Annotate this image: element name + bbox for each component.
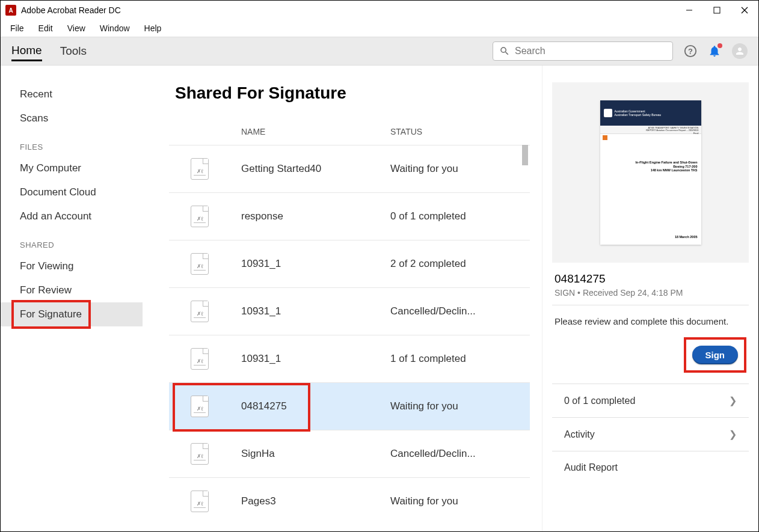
- table-header: NAME STATUS: [169, 127, 542, 145]
- row-status: Waiting for you: [390, 163, 530, 175]
- detail-status-row[interactable]: 0 of 1 completed ❯: [552, 384, 749, 417]
- tab-tools[interactable]: Tools: [60, 42, 87, 60]
- topnav-right: ?: [493, 41, 748, 61]
- table-row[interactable]: ✗ℓ response 0 of 1 completed: [169, 192, 530, 240]
- chevron-right-icon: ❯: [729, 395, 737, 406]
- titlebar-left: A Adobe Acrobat Reader DC: [5, 5, 121, 16]
- table-row[interactable]: ✗ℓ 10931_1 1 of 1 completed: [169, 335, 530, 382]
- divider: [552, 305, 749, 305]
- minimize-button[interactable]: [675, 1, 703, 20]
- sidebar-for-review[interactable]: For Review: [1, 278, 169, 302]
- search-input[interactable]: [515, 46, 666, 57]
- table-row[interactable]: ✗ℓ SignHa Cancelled/Declin...: [169, 430, 530, 477]
- sidebar-files-header: FILES: [1, 130, 169, 156]
- sidebar: Recent Scans FILES My Computer Document …: [1, 66, 169, 531]
- row-status: 2 of 2 completed: [390, 258, 530, 270]
- menu-help[interactable]: Help: [138, 21, 168, 35]
- menu-view[interactable]: View: [61, 21, 91, 35]
- preview-body3: 148 km NNW Launceston TAS: [636, 168, 698, 173]
- maximize-button[interactable]: [703, 1, 731, 20]
- column-name[interactable]: NAME: [241, 127, 390, 136]
- detail-activity-row[interactable]: Activity ❯: [552, 417, 749, 451]
- svg-text:?: ?: [688, 47, 693, 56]
- row-status: Cancelled/Declin...: [390, 448, 530, 460]
- detail-audit: Audit Report: [564, 462, 618, 473]
- table-row[interactable]: ✗ℓ 10931_1 2 of 2 completed: [169, 240, 530, 287]
- orange-square-icon: [603, 135, 607, 140]
- scrollbar-thumb[interactable]: [522, 145, 528, 165]
- sidebar-my-computer[interactable]: My Computer: [1, 156, 169, 180]
- details-panel: Australian Government Australian Transpo…: [542, 66, 758, 531]
- page-title: Shared For Signature: [175, 84, 542, 103]
- sign-doc-icon: ✗ℓ: [191, 443, 209, 465]
- titlebar: A Adobe Acrobat Reader DC: [1, 1, 758, 20]
- menubar: File Edit View Window Help: [1, 20, 758, 37]
- sign-doc-icon: ✗ℓ: [191, 253, 209, 275]
- menu-window[interactable]: Window: [94, 21, 136, 35]
- content: Shared For Signature NAME STATUS ✗ℓ Gett…: [169, 66, 542, 531]
- notifications-icon[interactable]: [708, 44, 721, 58]
- row-name: 04814275: [241, 400, 390, 412]
- sidebar-for-signature[interactable]: For Signature: [1, 302, 143, 326]
- row-name: 10931_1: [241, 258, 390, 270]
- crest-icon: [604, 109, 612, 117]
- preview-date: 18 March 2005: [675, 235, 698, 239]
- sign-doc-icon: ✗ℓ: [191, 158, 209, 180]
- detail-audit-row[interactable]: Audit Report: [552, 451, 749, 484]
- detail-activity: Activity: [564, 429, 595, 440]
- svg-rect-1: [714, 7, 720, 13]
- sign-doc-icon: ✗ℓ: [191, 491, 209, 512]
- document-preview[interactable]: Australian Government Australian Transpo…: [552, 82, 749, 263]
- close-button[interactable]: [731, 1, 758, 20]
- chevron-right-icon: ❯: [729, 429, 737, 440]
- detail-description: Please review and complete this document…: [555, 316, 746, 326]
- scrollbar[interactable]: [520, 145, 530, 525]
- sidebar-shared-header: SHARED: [1, 228, 169, 254]
- notification-dot: [718, 43, 722, 48]
- row-name: Getting Started40: [241, 163, 390, 175]
- topnav-tabs: Home Tools: [11, 41, 87, 61]
- avatar[interactable]: [732, 43, 748, 59]
- row-status: Waiting for you: [390, 400, 530, 412]
- table-row[interactable]: ✗ℓ 10931_1 Cancelled/Declin...: [169, 287, 530, 335]
- search-icon: [499, 46, 510, 57]
- main: Recent Scans FILES My Computer Document …: [1, 66, 758, 531]
- row-name: SignHa: [241, 448, 390, 460]
- sidebar-for-viewing[interactable]: For Viewing: [1, 254, 169, 278]
- menu-file[interactable]: File: [4, 21, 30, 35]
- preview-page: Australian Government Australian Transpo…: [600, 100, 701, 245]
- table-row[interactable]: ✗ℓ Pages3 Waiting for you: [169, 477, 530, 525]
- row-name: Pages3: [241, 495, 390, 507]
- detail-title: 04814275: [555, 272, 746, 286]
- search-box[interactable]: [493, 41, 673, 61]
- sidebar-add-account[interactable]: Add an Account: [1, 204, 169, 228]
- sign-doc-icon: ✗ℓ: [191, 301, 209, 322]
- row-name: 10931_1: [241, 353, 390, 365]
- highlight-sign-button: Sign: [684, 337, 747, 373]
- detail-status: 0 of 1 completed: [564, 396, 635, 406]
- app-icon: A: [5, 5, 16, 16]
- sidebar-document-cloud[interactable]: Document Cloud: [1, 180, 169, 204]
- preview-sub3: Final: [603, 132, 699, 135]
- table-row-selected[interactable]: ✗ℓ 04814275 Waiting for you: [169, 382, 530, 430]
- row-name: 10931_1: [241, 305, 390, 317]
- sign-doc-icon: ✗ℓ: [191, 396, 209, 417]
- sidebar-scans[interactable]: Scans: [1, 106, 169, 130]
- sign-button[interactable]: Sign: [692, 346, 739, 364]
- row-status: 1 of 1 completed: [390, 353, 530, 365]
- tab-home[interactable]: Home: [11, 41, 42, 61]
- row-status: 0 of 1 completed: [390, 210, 530, 222]
- column-status[interactable]: STATUS: [390, 127, 470, 136]
- preview-body2: Boeing 717-200: [636, 165, 698, 169]
- row-status: Cancelled/Declin...: [390, 305, 530, 317]
- table-row[interactable]: ✗ℓ Getting Started40 Waiting for you: [169, 145, 530, 192]
- sidebar-recent[interactable]: Recent: [1, 82, 169, 106]
- topnav: Home Tools ?: [1, 37, 758, 66]
- row-name: response: [241, 210, 390, 222]
- detail-meta: SIGN • Received Sep 24, 4:18 PM: [555, 288, 746, 298]
- row-status: Waiting for you: [390, 495, 530, 507]
- menu-edit[interactable]: Edit: [32, 21, 59, 35]
- list-wrap: ✗ℓ Getting Started40 Waiting for you ✗ℓ …: [169, 145, 530, 525]
- window-controls: [675, 1, 758, 20]
- help-icon[interactable]: ?: [684, 44, 697, 58]
